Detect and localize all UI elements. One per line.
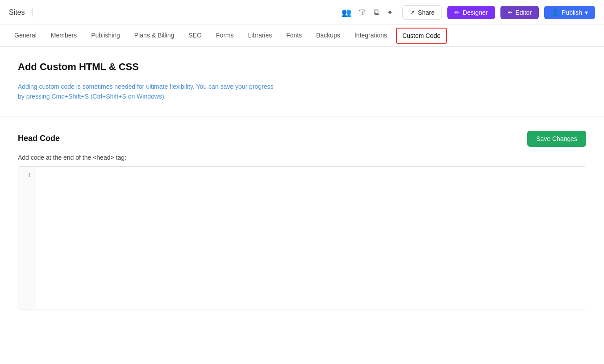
- save-changes-button[interactable]: Save Changes: [527, 131, 586, 147]
- intro-description-line2: by pressing Cmd+Shift+S (Ctrl+Shift+S on…: [18, 93, 166, 100]
- tab-plans-billing[interactable]: Plans & Billing: [127, 25, 182, 46]
- head-code-title: Head Code: [18, 134, 60, 143]
- intro-section: Add Custom HTML & CSS Adding custom code…: [0, 47, 604, 116]
- tab-backups[interactable]: Backups: [309, 25, 347, 46]
- line-number-1: 1: [23, 171, 31, 181]
- sites-label: Sites: [9, 8, 33, 17]
- tab-forms[interactable]: Forms: [209, 25, 241, 46]
- topbar-icons: 👥 🗑 ⧉ ✦: [342, 8, 393, 17]
- head-code-description: Add code at the end of the <head> tag:: [18, 154, 586, 161]
- publish-icon: 👤: [551, 9, 559, 16]
- code-line-numbers: 1: [18, 167, 36, 310]
- topbar: Sites 👥 🗑 ⧉ ✦ ↗ Share ✏ Designer ✒ Edito…: [0, 0, 604, 25]
- tab-fonts[interactable]: Fonts: [279, 25, 309, 46]
- copy-icon[interactable]: ⧉: [374, 8, 379, 17]
- tab-members[interactable]: Members: [44, 25, 84, 46]
- share-label: Share: [418, 9, 434, 16]
- designer-button[interactable]: ✏ Designer: [447, 6, 495, 19]
- people-icon[interactable]: 👥: [342, 8, 351, 17]
- editor-icon: ✒: [508, 9, 513, 16]
- tab-publishing[interactable]: Publishing: [84, 25, 127, 46]
- nav-tabs: General Members Publishing Plans & Billi…: [0, 25, 604, 47]
- head-code-section: Head Code Save Changes Add code at the e…: [0, 116, 604, 324]
- share-icon: ↗: [410, 9, 415, 16]
- intro-description: Adding custom code is sometimes needed f…: [18, 82, 586, 102]
- tab-libraries[interactable]: Libraries: [241, 25, 279, 46]
- magic-icon[interactable]: ✦: [387, 8, 393, 17]
- intro-description-line1: Adding custom code is sometimes needed f…: [18, 83, 273, 90]
- intro-title: Add Custom HTML & CSS: [18, 61, 586, 73]
- publish-button[interactable]: 👤 Publish ▾: [544, 6, 595, 19]
- designer-label: Designer: [462, 9, 487, 16]
- editor-label: Editor: [516, 9, 532, 16]
- main-content: Add Custom HTML & CSS Adding custom code…: [0, 47, 604, 324]
- head-code-header: Head Code Save Changes: [18, 131, 586, 147]
- code-editor: 1: [18, 166, 586, 310]
- publish-label: Publish: [562, 9, 582, 16]
- tab-integrations[interactable]: Integrations: [347, 25, 394, 46]
- tab-seo[interactable]: SEO: [181, 25, 209, 46]
- tab-general[interactable]: General: [7, 25, 44, 46]
- share-button[interactable]: ↗ Share: [402, 5, 442, 20]
- chevron-down-icon: ▾: [585, 9, 588, 16]
- trash-icon[interactable]: 🗑: [358, 8, 367, 17]
- editor-button[interactable]: ✒ Editor: [500, 6, 539, 19]
- head-code-textarea[interactable]: [36, 167, 586, 310]
- designer-icon: ✏: [454, 9, 460, 16]
- tab-custom-code[interactable]: Custom Code: [396, 28, 447, 44]
